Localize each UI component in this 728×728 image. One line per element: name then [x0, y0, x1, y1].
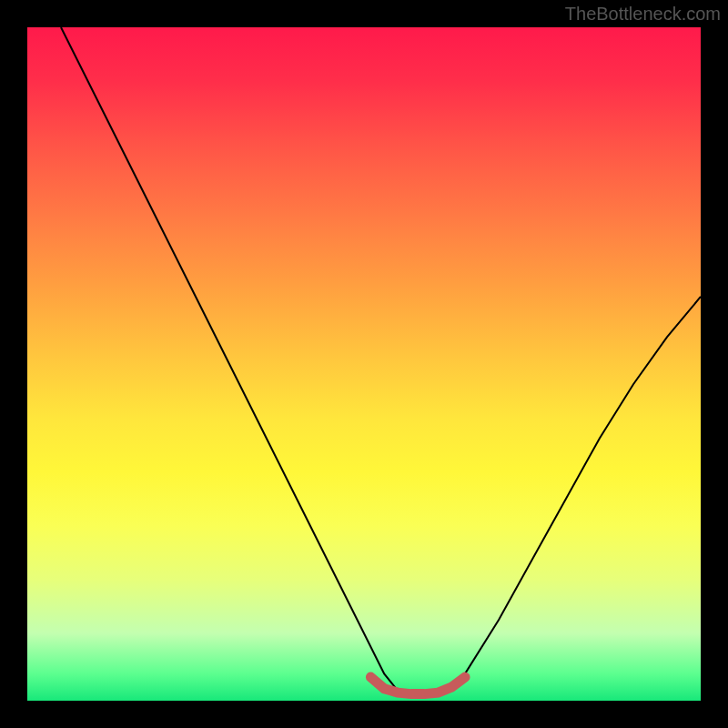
watermark-text: TheBottleneck.com: [565, 4, 721, 25]
chart-plot-area: [27, 27, 701, 701]
bottleneck-curve: [61, 27, 701, 694]
chart-svg: [27, 27, 701, 701]
optimal-zone-marker: [370, 677, 465, 694]
